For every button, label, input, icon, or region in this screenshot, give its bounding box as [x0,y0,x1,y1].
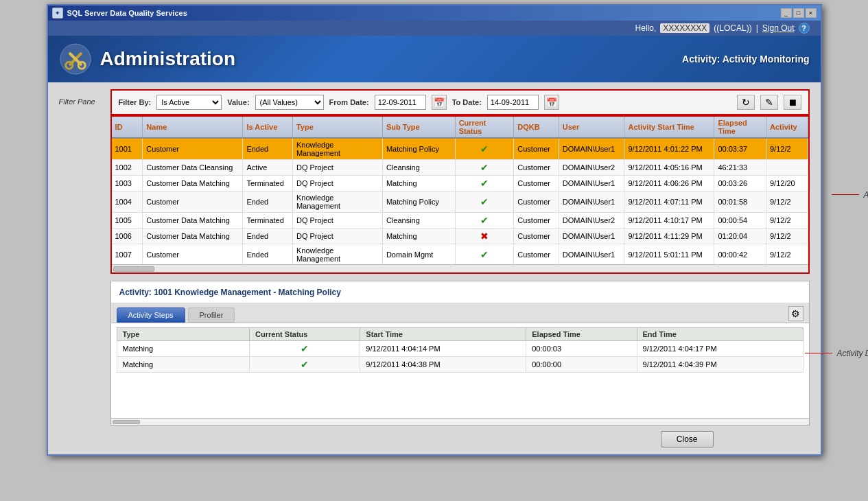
table-row[interactable]: 1004 Customer Ended Knowledge Management… [112,191,808,213]
page-subtitle: Activity: Activity Monitoring [682,54,809,65]
col-start-time[interactable]: Activity Start Time [624,117,714,138]
details-col-start-time[interactable]: Start Time [360,328,526,341]
details-table: Type Current Status Start Time Elapsed T… [117,327,804,373]
list-item[interactable]: Matching ✔ 9/12/2011 4:04:38 PM 00:00:00… [117,357,803,373]
details-header: Activity: 1001 Knowledge Management - Ma… [111,281,809,303]
activity-grid-label: Activity Grid [832,190,868,200]
activity-details-section: Activity Details Grid Activity: 1001 Kno… [110,281,810,426]
grid-scrollbar[interactable] [112,264,808,272]
table-row[interactable]: 1005 Customer Data Matching Terminated D… [112,213,808,229]
maximize-button[interactable]: □ [793,8,804,18]
details-col-status[interactable]: Current Status [250,328,360,341]
table-row[interactable]: 1001 Customer Ended Knowledge Management… [112,138,808,160]
stop-button[interactable]: ⏹ [784,95,801,110]
value-label: Value: [227,98,249,106]
list-item[interactable]: Matching ✔ 9/12/2011 4:04:14 PM 00:00:03… [117,341,803,357]
details-scrollbar[interactable] [111,418,809,425]
tab-profiler[interactable]: Profiler [188,307,235,323]
header: Administration Activity: Activity Monito… [48,36,821,82]
value-select[interactable]: (All Values) Active Ended Terminated [255,95,324,110]
refresh-button[interactable]: ↻ [737,95,755,110]
title-bar: ✦ SQL Server Data Quality Services _ □ × [48,5,821,21]
table-row[interactable]: 1006 Customer Data Matching Ended DQ Pro… [112,229,808,244]
window-controls: _ □ × [781,8,817,18]
table-row[interactable]: 1007 Customer Ended Knowledge Management… [112,244,808,265]
details-settings-button[interactable]: ⚙ [788,306,804,321]
filter-pane-label: Filter Pane [59,97,95,106]
filter-by-select[interactable]: Is Active Ended Terminated [156,95,222,110]
username-text: XXXXXXXX [660,23,709,33]
tab-activity-steps[interactable]: Activity Steps [117,307,185,323]
from-date-calendar-button[interactable]: 📅 [432,95,447,110]
to-date-calendar-button[interactable]: 📅 [544,95,559,110]
close-window-button[interactable]: × [806,8,817,18]
col-current-status[interactable]: Current Status [455,117,514,138]
table-row[interactable]: 1002 Customer Data Cleansing Active DQ P… [112,160,808,176]
filter-by-label: Filter By: [119,98,152,106]
window-frame: ✦ SQL Server Data Quality Services _ □ ×… [47,4,822,456]
sign-out-link[interactable]: Sign Out [762,23,795,33]
help-icon[interactable]: ? [799,23,810,34]
details-col-end-time[interactable]: End Time [637,328,803,341]
edit-button[interactable]: ✎ [760,95,778,110]
page-title: Administration [100,48,236,70]
col-is-active[interactable]: Is Active [243,117,293,138]
window-title: SQL Server Data Quality Services [67,9,187,17]
main-content: Filter Pane Filter By: Is Active Ended T… [48,82,821,454]
minimize-button[interactable]: _ [781,8,792,18]
server-text: ((LOCAL)) [714,23,751,33]
col-type[interactable]: Type [292,117,382,138]
to-date-input[interactable] [487,95,539,110]
to-date-label: To Date: [452,98,482,106]
col-sub-type[interactable]: Sub Type [382,117,455,138]
filter-pane: Filter By: Is Active Ended Terminated Va… [110,89,810,115]
col-user[interactable]: User [559,117,624,138]
details-col-type[interactable]: Type [117,328,250,341]
col-name[interactable]: Name [143,117,243,138]
close-button[interactable]: Close [661,431,714,447]
app-icon: ✦ [52,8,63,19]
close-btn-area: Close [59,426,810,450]
activity-table: ID Name Is Active Type Sub Type Current … [112,117,808,264]
admin-icon [59,43,92,75]
table-row[interactable]: 1003 Customer Data Matching Terminated D… [112,176,808,191]
details-grid-label: Activity Details Grid [805,349,868,358]
from-date-label: From Date: [329,98,369,106]
details-col-elapsed[interactable]: Elapsed Time [526,328,637,341]
activity-grid: Activity Grid ID Name Is Active Type Sub… [110,115,810,274]
user-bar: Hello, XXXXXXXX ((LOCAL)) | Sign Out ? [48,21,821,36]
tabs-bar: Activity Steps Profiler ⚙ [111,303,809,323]
separator: | [756,23,758,33]
hello-text: Hello, [635,23,657,33]
col-activity[interactable]: Activity [766,117,808,138]
col-elapsed[interactable]: Elapsed Time [714,117,766,138]
col-dqkb[interactable]: DQKB [514,117,559,138]
details-content: Type Current Status Start Time Elapsed T… [111,323,809,418]
col-id[interactable]: ID [112,117,143,138]
from-date-input[interactable] [375,95,426,110]
